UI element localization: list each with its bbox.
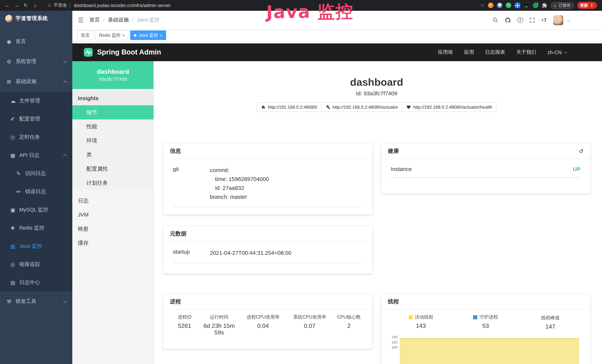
sba-item-environment[interactable]: 环境 bbox=[72, 134, 153, 148]
tab-redis-monitor[interactable]: Redis 监控 × bbox=[95, 30, 129, 40]
extension-on-badge-icon[interactable]: on bbox=[524, 2, 529, 8]
browser-refresh-icon[interactable]: ↻ bbox=[22, 3, 29, 8]
bookmark-star-icon[interactable]: ☆ bbox=[480, 3, 484, 8]
sidebar-item-file-management[interactable]: ☁ 文件管理 bbox=[0, 92, 72, 110]
browser-profile-chip[interactable]: ☺ 已暂停 bbox=[551, 2, 574, 9]
security-warning-label[interactable]: 不安全 bbox=[54, 2, 67, 9]
health-url-button[interactable]: http://192.168.0.2:48080/actuator/health bbox=[402, 102, 497, 112]
sidebar-item-config-management[interactable]: ✐ 配置管理 bbox=[0, 110, 72, 128]
threads-card-header: 线程 bbox=[381, 294, 590, 310]
user-avatar[interactable] bbox=[553, 15, 563, 25]
address-bar[interactable]: ⚠ 不安全 dashboard.yudao.iocoder.cn/infra/a… bbox=[39, 2, 480, 9]
metadata-card-header: 元数据 bbox=[163, 226, 372, 242]
sba-instance-name: dashboard bbox=[97, 68, 129, 76]
sidebar-item-scheduled-jobs[interactable]: ◷ 定时任务 bbox=[0, 128, 72, 146]
sba-nav-journal[interactable]: 日志报表 bbox=[485, 49, 505, 56]
font-size-icon[interactable]: TT bbox=[541, 17, 547, 23]
threads-card: 线程 活动线程 1 bbox=[381, 294, 591, 364]
process-col-label: 运行时间 bbox=[199, 314, 240, 321]
process-col-system-cpu: 系统CPU使用率 0.07 bbox=[286, 314, 333, 336]
help-icon[interactable]: ? bbox=[517, 17, 523, 23]
extension-drop-icon[interactable] bbox=[497, 3, 502, 8]
breadcrumb-current: Java 监控 bbox=[137, 17, 160, 23]
app-menu: ◉ 首页 ⚙ 系统管理 ⊞ 基础设施 ☁ 文件管理 bbox=[0, 25, 72, 311]
app-logo[interactable]: 芋道管理系统 bbox=[0, 12, 72, 25]
extension-fox-icon[interactable] bbox=[488, 3, 494, 8]
sidebar-item-redis-monitor[interactable]: ❖ Redis 监控 bbox=[0, 219, 72, 237]
sidebar-item-label: 基础设施 bbox=[16, 78, 36, 85]
browser-update-button[interactable]: 更新 ⋮ bbox=[577, 2, 597, 9]
edit-icon: ✐ bbox=[10, 116, 19, 122]
sba-item-mappings[interactable]: 映射 bbox=[72, 222, 153, 236]
url-text[interactable]: dashboard.yudao.iocoder.cn/infra/admin-s… bbox=[70, 3, 171, 8]
sba-item-config-props[interactable]: 配置属性 bbox=[72, 162, 153, 176]
sba-nav-applications[interactable]: 应用 bbox=[464, 49, 474, 56]
sba-item-metrics[interactable]: 性能 bbox=[72, 119, 153, 134]
browser-menu-icon[interactable]: ⋮ bbox=[590, 3, 594, 8]
health-url-label: http://192.168.0.2:48080/actuator/health bbox=[413, 105, 492, 110]
sidebar-item-access-log[interactable]: ✎ 访问日志 bbox=[0, 164, 72, 182]
process-col-value: 2 bbox=[333, 323, 365, 329]
sba-item-logs[interactable]: 日志 bbox=[72, 193, 153, 208]
sba-nav-wallboard[interactable]: 应用墙 bbox=[438, 49, 453, 56]
sidebar-item-label: 文件管理 bbox=[19, 97, 40, 104]
sidebar-item-home[interactable]: ◉ 首页 bbox=[0, 32, 72, 52]
fullscreen-icon[interactable] bbox=[529, 17, 535, 23]
sidebar-item-system[interactable]: ⚙ 系统管理 bbox=[0, 52, 72, 72]
metadata-card: 元数据 startup 2021-04-27T00:44:31.254+08:0… bbox=[163, 226, 373, 274]
threads-legend-label: 线程峰值 bbox=[541, 315, 559, 321]
info-key: git bbox=[173, 166, 210, 201]
search-icon[interactable] bbox=[493, 17, 498, 23]
breadcrumb-home[interactable]: 首页 bbox=[90, 17, 100, 23]
browser-forward-icon[interactable]: → bbox=[13, 3, 20, 8]
threads-legend-label: 守护进程 bbox=[479, 314, 498, 321]
tab-home[interactable]: 首页 bbox=[77, 30, 93, 40]
sidebar-item-api-log[interactable]: ▦ API 日志 bbox=[0, 146, 72, 164]
tab-java-monitor[interactable]: Java 监控 × bbox=[130, 30, 166, 40]
sidebar-item-error-log[interactable]: ✏ 错误日志 bbox=[0, 182, 72, 201]
chevron-down-icon bbox=[63, 59, 67, 63]
sba-locale-select[interactable]: zh-CN bbox=[547, 50, 566, 55]
instance-url-button[interactable]: http://192.168.0.2:48080/ bbox=[257, 102, 322, 112]
sba-item-caches[interactable]: 缓存 bbox=[72, 236, 153, 250]
access-log-icon: ✎ bbox=[16, 171, 25, 176]
sba-item-scheduled-tasks[interactable]: 计划任务 bbox=[72, 176, 153, 190]
github-icon[interactable] bbox=[505, 17, 511, 23]
extensions-puzzle-icon[interactable] bbox=[542, 3, 547, 8]
api-log-icon: ▦ bbox=[10, 152, 19, 158]
sba-item-classes[interactable]: 类 bbox=[72, 148, 153, 162]
screen: ← → ↻ ⌂ ⚠ 不安全 dashboard.yudao.iocoder.cn… bbox=[0, 0, 602, 364]
extension-grid-icon[interactable] bbox=[515, 3, 520, 8]
threads-legend-label: 活动线程 bbox=[415, 314, 433, 321]
extension-green-icon[interactable] bbox=[506, 3, 511, 8]
sidebar-item-devtools[interactable]: ⚒ 研发工具 bbox=[0, 291, 72, 311]
threads-area-fill bbox=[400, 338, 579, 364]
browser-home-icon[interactable]: ⌂ bbox=[32, 3, 39, 8]
sba-instance-block[interactable]: dashboard 93a3fc7f7409 bbox=[72, 61, 153, 89]
avatar-caret-icon[interactable] bbox=[567, 19, 570, 22]
sidebar-item-mysql-monitor[interactable]: ▣ MySQL 监控 bbox=[0, 201, 72, 219]
browser-back-icon[interactable]: ← bbox=[4, 3, 11, 8]
extension-leaf-icon[interactable] bbox=[533, 3, 538, 8]
sba-nav-about[interactable]: 关于我们 bbox=[516, 49, 536, 56]
tab-close-icon[interactable]: × bbox=[122, 33, 125, 37]
history-icon[interactable]: ↺ bbox=[579, 148, 583, 154]
actuator-url-button[interactable]: http://192.168.0.2:48080/actuator bbox=[321, 102, 402, 112]
process-card-body: 进程ID 5261 运行时间 6d 23h 15m 59s bbox=[163, 310, 372, 349]
breadcrumb-infrastructure[interactable]: 基础设施 bbox=[108, 17, 129, 23]
app-shell: 芋道管理系统 ◉ 首页 ⚙ 系统管理 ⊞ 基础设施 bbox=[0, 11, 602, 364]
sba-item-jvm[interactable]: JVM bbox=[72, 208, 153, 222]
sidebar-item-java-monitor[interactable]: ▥ Java 监控 bbox=[0, 237, 72, 255]
sidebar-item-label: Redis 监控 bbox=[19, 225, 44, 231]
font-size-small-glyph: T bbox=[541, 19, 544, 23]
sidebar-item-label: MySQL 监控 bbox=[19, 206, 48, 213]
sidebar-item-trace[interactable]: ◎ 链路追踪 bbox=[0, 255, 72, 273]
sidebar-item-log-center[interactable]: ▤ 日志中心 bbox=[0, 273, 72, 291]
sba-item-details[interactable]: 细节 bbox=[72, 105, 153, 119]
sba-brand[interactable]: Spring Boot Admin bbox=[97, 48, 161, 56]
chevron-up-icon bbox=[63, 154, 67, 158]
cloud-icon: ☁ bbox=[10, 98, 19, 104]
tab-close-icon[interactable]: × bbox=[160, 33, 162, 37]
sidebar-toggle-icon[interactable]: ☰ bbox=[78, 16, 84, 24]
sidebar-item-infrastructure[interactable]: ⊞ 基础设施 bbox=[0, 72, 72, 92]
